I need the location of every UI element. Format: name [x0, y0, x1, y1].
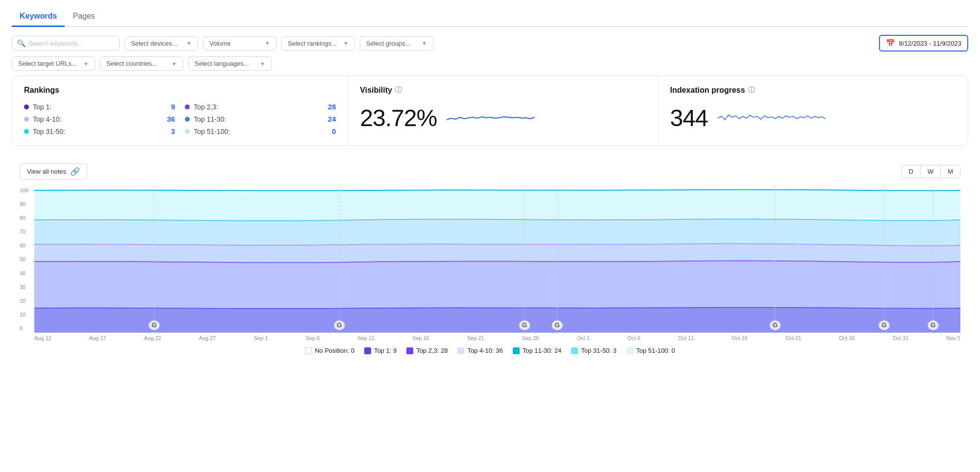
- ranking-count: 28: [328, 103, 336, 111]
- ranking-dot: [24, 117, 29, 122]
- svg-text:G: G: [773, 322, 778, 329]
- metrics-row: Rankings Top 1: 9 Top 2,3: 28 Top 4-10: …: [12, 76, 968, 146]
- period-buttons: DWM: [901, 165, 960, 178]
- chart-content: G G G G G G G Aug 12 Aug 17: [34, 185, 960, 343]
- legend-label: Top 51-100: 0: [636, 347, 676, 354]
- visibility-sparkline: [447, 103, 646, 133]
- x-axis-labels: Aug 12 Aug 17 Aug 22 Aug 27 Sep 1 Sep 6 …: [34, 335, 960, 343]
- period-btn-m[interactable]: M: [941, 165, 960, 178]
- ranking-count: 0: [332, 127, 336, 135]
- visibility-value: 23.72%: [360, 105, 437, 131]
- legend-label: No Position: 0: [315, 347, 354, 354]
- rankings-dropdown[interactable]: Select rankings... ▼: [281, 36, 355, 51]
- tab-pages[interactable]: Pages: [65, 8, 102, 27]
- legend-item: Top 51-100: 0: [627, 347, 676, 354]
- rankings-card: Rankings Top 1: 9 Top 2,3: 28 Top 4-10: …: [12, 76, 348, 145]
- view-notes-label: View all notes: [27, 168, 66, 175]
- chevron-down-icon: ▼: [83, 61, 89, 67]
- notes-icon: 🔗: [70, 167, 80, 176]
- legend-label: Top 11-30: 24: [523, 347, 562, 354]
- chart-area: View all notes 🔗 DWM 100 90 80 70 60 50 …: [12, 156, 968, 362]
- ranking-item: Top 51-100: 0: [185, 127, 336, 135]
- chevron-down-icon: ▼: [422, 40, 427, 46]
- countries-dropdown[interactable]: Select countries... ▼: [100, 56, 183, 71]
- ranking-count: 3: [171, 127, 175, 135]
- legend-color-box[interactable]: [457, 347, 464, 354]
- ranking-dot: [185, 105, 190, 109]
- date-range-picker[interactable]: 📅 8/12/2023 - 11/9/2023: [879, 35, 968, 52]
- ranking-label: Top 1:: [33, 103, 51, 111]
- period-btn-d[interactable]: D: [902, 165, 920, 178]
- ranking-label: Top 4-10:: [33, 115, 61, 123]
- ranking-label: Top 31-50:: [33, 128, 65, 135]
- legend-color-box[interactable]: [406, 347, 413, 354]
- ranking-item: Top 11-30: 24: [185, 115, 336, 123]
- ranking-item: Top 1: 9: [24, 103, 175, 111]
- ranking-count: 36: [167, 115, 175, 123]
- legend-item: Top 31-50: 3: [571, 347, 616, 354]
- chevron-down-icon: ▼: [260, 61, 265, 67]
- svg-text:G: G: [930, 322, 936, 329]
- legend-item: Top 11-30: 24: [513, 347, 562, 354]
- target-urls-label: Select target URLs...: [18, 60, 77, 67]
- search-icon: 🔍: [17, 39, 25, 47]
- legend-label: Top 4-10: 36: [467, 347, 503, 354]
- volume-label: Volume: [209, 40, 230, 47]
- ranking-item: Top 2,3: 28: [185, 103, 336, 111]
- indexation-value: 344: [670, 105, 708, 131]
- chart-controls: View all notes 🔗 DWM: [20, 163, 960, 180]
- info-icon: ⓘ: [395, 86, 402, 95]
- tabs-container: Keywords Pages: [12, 8, 968, 27]
- search-keywords-input[interactable]: 🔍 Search keywords...: [12, 36, 120, 51]
- svg-text:G: G: [151, 322, 157, 329]
- legend-item: No Position: 0: [305, 347, 354, 354]
- y-axis-labels: 100 90 80 70 60 50 40 30 20 10 0: [20, 185, 34, 343]
- rankings-label: Select rankings...: [288, 40, 337, 47]
- ranking-label: Top 11-30:: [194, 115, 226, 123]
- legend-item: Top 4-10: 36: [457, 347, 503, 354]
- indexation-card: Indexation progress ⓘ 344: [658, 76, 968, 145]
- svg-text:G: G: [522, 322, 528, 329]
- rankings-title: Rankings: [24, 86, 336, 95]
- visibility-content: 23.72%: [360, 103, 646, 133]
- filters-row-2: Select target URLs... ▼ Select countries…: [12, 56, 968, 71]
- ranking-dot: [185, 117, 190, 122]
- legend-label: Top 1: 9: [374, 347, 397, 354]
- legend-color-box[interactable]: [364, 347, 371, 354]
- legend-label: Top 2,3: 28: [416, 347, 448, 354]
- legend-color-box[interactable]: [571, 347, 578, 354]
- ranking-count: 24: [328, 115, 336, 123]
- period-btn-w[interactable]: W: [921, 165, 941, 178]
- rankings-grid: Top 1: 9 Top 2,3: 28 Top 4-10: 36 Top 11…: [24, 103, 336, 135]
- legend-color-box[interactable]: [627, 347, 633, 354]
- ranking-dot: [24, 129, 29, 134]
- visibility-card: Visibility ⓘ 23.72%: [348, 76, 658, 145]
- legend-checkbox[interactable]: [305, 347, 312, 354]
- calendar-icon: 📅: [886, 39, 895, 48]
- legend-item: Top 2,3: 28: [406, 347, 448, 354]
- devices-label: Select devices...: [131, 40, 177, 47]
- chart-legend: No Position: 0Top 1: 9Top 2,3: 28Top 4-1…: [20, 347, 960, 354]
- ranking-item: Top 4-10: 36: [24, 115, 175, 123]
- target-urls-dropdown[interactable]: Select target URLs... ▼: [12, 56, 95, 71]
- groups-label: Select groups...: [366, 40, 410, 47]
- search-placeholder: Search keywords...: [28, 40, 83, 47]
- groups-dropdown[interactable]: Select groups... ▼: [360, 36, 433, 51]
- indexation-content: 344: [670, 103, 956, 133]
- chevron-down-icon: ▼: [186, 40, 192, 46]
- volume-dropdown[interactable]: Volume ▼: [203, 36, 276, 51]
- devices-dropdown[interactable]: Select devices... ▼: [125, 36, 198, 51]
- svg-text:G: G: [555, 322, 560, 329]
- legend-label: Top 31-50: 3: [581, 347, 616, 354]
- info-icon: ⓘ: [748, 86, 755, 95]
- tab-keywords[interactable]: Keywords: [12, 8, 65, 27]
- legend-color-box[interactable]: [513, 347, 520, 354]
- chevron-down-icon: ▼: [172, 61, 177, 67]
- ranking-count: 9: [171, 103, 175, 111]
- languages-dropdown[interactable]: Select languages... ▼: [188, 56, 272, 71]
- ranking-item: Top 31-50: 3: [24, 127, 175, 135]
- ranking-label: Top 51-100:: [194, 128, 230, 135]
- ranking-dot: [24, 105, 29, 109]
- date-range-value: 8/12/2023 - 11/9/2023: [899, 40, 961, 47]
- view-all-notes-button[interactable]: View all notes 🔗: [20, 163, 87, 180]
